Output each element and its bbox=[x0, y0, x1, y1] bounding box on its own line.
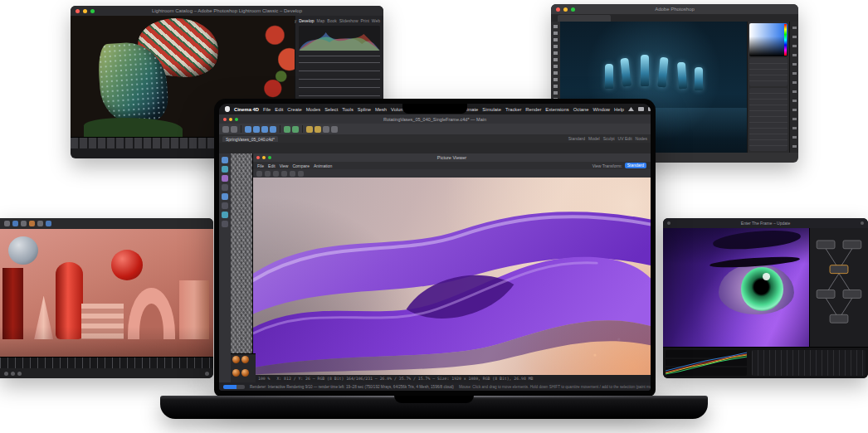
render-view-icon[interactable] bbox=[284, 126, 290, 133]
layout-tab-model[interactable]: Model bbox=[588, 136, 600, 141]
camera-icon[interactable] bbox=[37, 221, 43, 226]
play-icon[interactable] bbox=[11, 372, 15, 376]
render-progress-bar bbox=[223, 385, 245, 389]
scene: Lightroom Catalog – Adobe Photoshop Ligh… bbox=[0, 0, 868, 433]
color-picker-panel[interactable] bbox=[749, 23, 788, 56]
menu-help[interactable]: Help bbox=[614, 107, 624, 112]
document-tab[interactable] bbox=[558, 15, 611, 22]
rotate-tool-icon[interactable] bbox=[21, 221, 27, 226]
deformer-icon[interactable] bbox=[331, 126, 338, 133]
picture-viewer-title: Picture Viewer bbox=[253, 155, 651, 160]
module-map[interactable]: Map bbox=[317, 18, 325, 23]
layout-tab-sculpt[interactable]: Sculpt bbox=[603, 136, 615, 141]
module-develop[interactable]: Develop bbox=[299, 18, 314, 23]
move-icon[interactable] bbox=[253, 126, 260, 133]
render-settings-icon[interactable] bbox=[292, 126, 299, 133]
mograph-icon[interactable] bbox=[323, 126, 329, 133]
undo-icon[interactable] bbox=[222, 126, 229, 133]
save-icon[interactable] bbox=[265, 171, 271, 177]
module-book[interactable]: Book bbox=[327, 18, 336, 23]
layers-panel[interactable] bbox=[749, 88, 788, 151]
app-menu-name[interactable]: Cinema 4D bbox=[234, 107, 259, 112]
go-to-start-icon[interactable] bbox=[4, 372, 8, 376]
viewer-menu-edit[interactable]: Edit bbox=[268, 163, 276, 168]
menu-file[interactable]: File bbox=[263, 107, 271, 112]
texture-mode-icon[interactable] bbox=[222, 166, 228, 173]
model-mode-icon[interactable] bbox=[222, 157, 228, 163]
menu-render[interactable]: Render bbox=[525, 107, 541, 112]
view-transform-value[interactable]: Standard bbox=[625, 163, 646, 168]
select-icon[interactable] bbox=[245, 126, 251, 133]
photoshop-window-title: Adobe Photoshop bbox=[551, 7, 798, 12]
primitive-cube-icon[interactable] bbox=[306, 126, 313, 133]
picture-viewer-titlebar[interactable]: Picture Viewer bbox=[253, 153, 651, 162]
apple-logo-icon[interactable] bbox=[225, 106, 230, 112]
points-mode-icon[interactable] bbox=[222, 175, 228, 182]
select-tool-icon[interactable] bbox=[4, 221, 10, 226]
zoom-level[interactable]: 100 % bbox=[258, 377, 270, 381]
go-to-end-icon[interactable] bbox=[17, 372, 22, 376]
resolve-viewer[interactable] bbox=[663, 228, 809, 348]
material-thumbnail[interactable] bbox=[241, 369, 249, 377]
wifi-icon[interactable] bbox=[628, 107, 634, 111]
material-thumbnail[interactable] bbox=[241, 356, 249, 363]
viewer-menu-compare[interactable]: Compare bbox=[292, 163, 310, 168]
scale-icon[interactable] bbox=[261, 126, 268, 133]
cinema4d-titlebar[interactable]: RotatingVases_05_040_SingleFrame.c4d* — … bbox=[219, 114, 651, 124]
zoom-in-icon[interactable] bbox=[273, 171, 279, 177]
lightroom-titlebar[interactable]: Lightroom Catalog – Adobe Photoshop Ligh… bbox=[71, 6, 383, 16]
open-icon[interactable] bbox=[256, 171, 262, 177]
rotate-icon[interactable] bbox=[270, 126, 276, 133]
polygons-mode-icon[interactable] bbox=[222, 193, 228, 200]
properties-panel[interactable] bbox=[749, 58, 788, 86]
node-editor[interactable] bbox=[809, 228, 868, 348]
timeline-ruler[interactable] bbox=[0, 357, 213, 368]
material-thumbnail[interactable] bbox=[232, 369, 240, 377]
axis-mode-icon[interactable] bbox=[222, 202, 228, 209]
layout-tab-standard[interactable]: Standard bbox=[568, 136, 585, 141]
viewport-knit-texture[interactable] bbox=[231, 153, 252, 382]
photoshop-titlebar[interactable]: Adobe Photoshop bbox=[551, 4, 798, 14]
viewer-menu-animation[interactable]: Animation bbox=[314, 163, 332, 168]
menu-create[interactable]: Create bbox=[287, 107, 301, 112]
move-tool-icon[interactable] bbox=[12, 221, 18, 226]
layout-tab-uvedit[interactable]: UV Edit bbox=[618, 136, 632, 141]
light-icon[interactable] bbox=[46, 221, 51, 226]
channels-icon[interactable] bbox=[298, 171, 304, 177]
macbook-base bbox=[160, 396, 708, 419]
control-center-icon[interactable] bbox=[638, 107, 644, 111]
menu-tools[interactable]: Tools bbox=[342, 107, 354, 112]
snap-icon[interactable] bbox=[222, 212, 228, 218]
viewer-menu-file[interactable]: File bbox=[257, 163, 264, 168]
document-tab[interactable]: SpringVases_05_040.c4d* bbox=[222, 136, 278, 142]
fit-image-icon[interactable] bbox=[290, 171, 295, 177]
menu-spline[interactable]: Spline bbox=[358, 107, 371, 112]
keyframe-panel[interactable] bbox=[752, 350, 866, 376]
menu-tracker[interactable]: Tracker bbox=[505, 107, 521, 112]
menu-edit[interactable]: Edit bbox=[275, 107, 283, 112]
layout-tab-nodes[interactable]: Nodes bbox=[636, 136, 647, 141]
module-web[interactable]: Web bbox=[372, 18, 380, 23]
panel-icon-rail[interactable] bbox=[789, 22, 798, 153]
menu-octane[interactable]: Octane bbox=[573, 107, 589, 112]
edges-mode-icon[interactable] bbox=[222, 184, 228, 191]
rendered-image[interactable] bbox=[253, 178, 651, 375]
viewport3d-canvas[interactable] bbox=[0, 229, 213, 358]
material-thumbnail[interactable] bbox=[232, 356, 240, 363]
workplane-icon[interactable] bbox=[222, 221, 228, 227]
menu-window[interactable]: Window bbox=[592, 107, 610, 112]
menu-modes[interactable]: Modes bbox=[306, 107, 320, 112]
key-record-icon[interactable] bbox=[205, 372, 209, 376]
hue-slider[interactable] bbox=[784, 24, 787, 56]
menu-extensions[interactable]: Extensions bbox=[545, 107, 568, 112]
module-print[interactable]: Print bbox=[361, 18, 369, 23]
spline-pen-icon[interactable] bbox=[315, 126, 321, 133]
menu-mesh[interactable]: Mesh bbox=[375, 107, 387, 112]
redo-icon[interactable] bbox=[231, 126, 237, 133]
viewer-menu-view[interactable]: View bbox=[280, 163, 289, 168]
render-icon[interactable] bbox=[29, 221, 35, 226]
zoom-out-icon[interactable] bbox=[281, 171, 287, 177]
menu-select[interactable]: Select bbox=[324, 107, 338, 112]
module-slideshow[interactable]: Slideshow bbox=[339, 18, 358, 23]
menu-simulate[interactable]: Simulate bbox=[482, 107, 501, 112]
